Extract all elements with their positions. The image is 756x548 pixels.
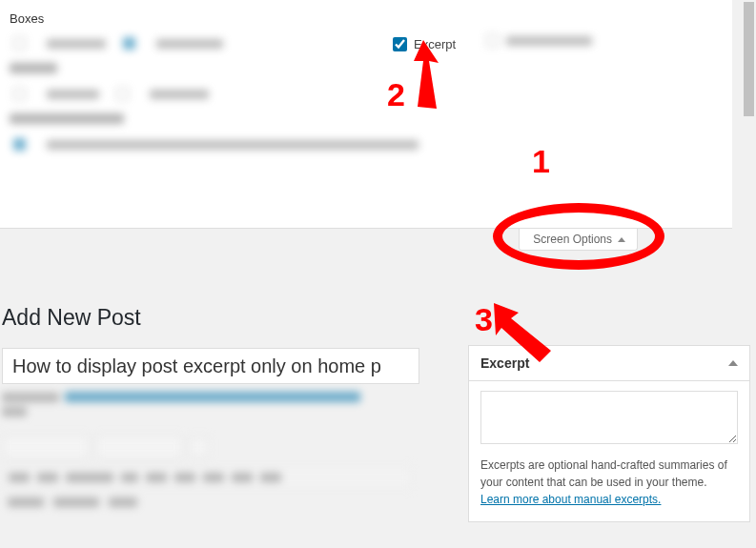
excerpt-metabox-body: Excerpts are optional hand-crafted summa… <box>469 381 749 521</box>
excerpt-learn-more-link[interactable]: Learn more about manual excerpts. <box>480 493 661 506</box>
blurred-editor-toolbar <box>2 392 412 511</box>
excerpt-metabox-heading[interactable]: Excerpt <box>469 346 749 381</box>
excerpt-checkbox-label: Excerpt <box>414 37 456 51</box>
excerpt-textarea[interactable] <box>480 391 738 444</box>
collapse-icon <box>728 360 738 366</box>
scrollbar-thumb[interactable] <box>744 2 754 116</box>
page-title: Add New Post <box>2 305 734 331</box>
screen-options-boxes-panel: Boxes Excerpt <box>0 0 732 229</box>
excerpt-visibility-checkbox[interactable]: Excerpt <box>389 34 456 54</box>
excerpt-help-sentence: Excerpts are optional hand-crafted summa… <box>480 458 727 489</box>
excerpt-metabox: Excerpt Excerpts are optional hand-craft… <box>468 345 750 522</box>
excerpt-help-text: Excerpts are optional hand-crafted summa… <box>480 457 738 508</box>
blurred-options <box>10 37 723 151</box>
boxes-panel-title: Boxes <box>10 11 723 26</box>
excerpt-metabox-title: Excerpt <box>480 355 529 371</box>
excerpt-checkbox-input[interactable] <box>393 37 407 51</box>
post-title-input[interactable] <box>2 348 419 384</box>
blurred-checkbox <box>486 34 592 47</box>
